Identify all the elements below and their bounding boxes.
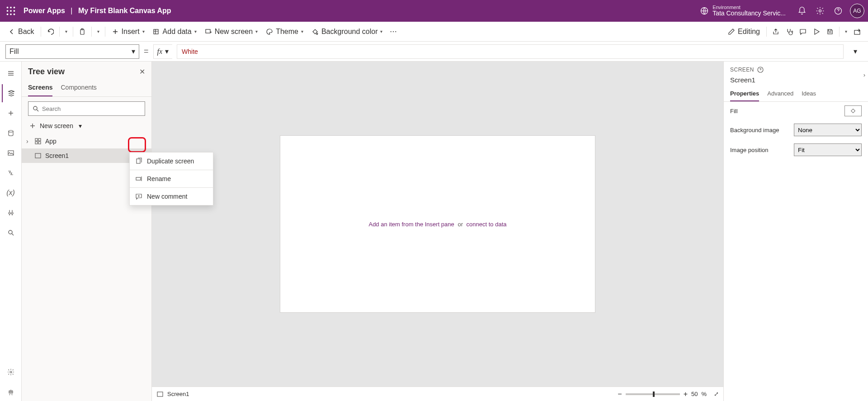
rename-icon <box>135 175 142 182</box>
user-avatar[interactable]: AG <box>850 4 864 18</box>
rail-media-icon[interactable] <box>2 144 20 162</box>
svg-point-27 <box>33 106 37 110</box>
chevron-down-icon: ▾ <box>255 29 258 34</box>
zoom-slider[interactable] <box>626 393 680 395</box>
rail-insert-icon[interactable] <box>2 104 20 122</box>
rail-hamburger-icon[interactable] <box>2 64 20 82</box>
rail-variables-icon[interactable]: (x) <box>2 184 20 202</box>
menu-rename[interactable]: Rename <box>130 170 213 187</box>
tree-node-app[interactable]: › App <box>22 134 151 148</box>
add-data-button[interactable]: Add data ▾ <box>149 24 200 39</box>
tab-components[interactable]: Components <box>61 80 96 96</box>
theme-button[interactable]: Theme ▾ <box>262 24 307 39</box>
svg-point-10 <box>819 10 821 12</box>
chevron-down-icon: ▾ <box>854 47 857 56</box>
waffle-icon[interactable] <box>4 4 18 18</box>
notifications-icon[interactable] <box>793 2 811 20</box>
property-selector[interactable]: Fill ▾ <box>5 44 139 59</box>
svg-point-25 <box>9 391 10 392</box>
publish-button[interactable] <box>851 24 863 39</box>
env-label: Environment <box>712 5 786 10</box>
chevron-down-icon: ▾ <box>380 29 382 34</box>
settings-gear-icon[interactable] <box>811 2 829 20</box>
tree-new-screen-label: New screen <box>40 122 73 129</box>
collapse-panel-icon[interactable]: › <box>863 72 865 78</box>
paste-dropdown[interactable]: ▾ <box>94 24 102 39</box>
more-commands-button[interactable]: ⋯ <box>387 24 400 39</box>
editing-label: Editing <box>738 28 760 36</box>
rail-tree-view-icon[interactable] <box>2 84 20 102</box>
chevron-down-icon: ▾ <box>142 29 145 34</box>
environment-picker[interactable]: Environment Tata Consultancy Servic... <box>700 5 786 17</box>
tree-search[interactable] <box>28 101 145 116</box>
chevron-down-icon: ▾ <box>165 47 169 56</box>
rail-search-icon[interactable] <box>2 224 20 242</box>
zoom-out-button[interactable]: − <box>618 390 622 398</box>
new-screen-button[interactable]: New screen ▾ <box>201 24 261 39</box>
svg-rect-34 <box>136 177 141 180</box>
tab-properties[interactable]: Properties <box>730 87 759 101</box>
add-data-label: Add data <box>163 28 192 36</box>
env-value: Tata Consultancy Servic... <box>712 10 786 17</box>
undo-button[interactable] <box>44 24 57 39</box>
play-button[interactable] <box>810 24 823 39</box>
editing-mode-button[interactable]: Editing <box>724 24 764 39</box>
zoom-in-button[interactable]: + <box>684 390 688 398</box>
insert-pane-link[interactable]: Insert pane <box>425 221 454 228</box>
menu-new-comment[interactable]: New comment <box>130 188 213 205</box>
fill-color-swatch[interactable] <box>844 105 862 116</box>
arrow-left-icon <box>8 28 15 35</box>
tab-screens-label: Screens <box>28 84 52 91</box>
chevron-down-icon: ▾ <box>845 29 847 34</box>
rail-virtual-agent-icon[interactable] <box>2 383 20 401</box>
rail-advanced-tools-icon[interactable] <box>2 204 20 222</box>
avatar-initials: AG <box>853 8 861 14</box>
svg-rect-15 <box>206 29 210 33</box>
rail-data-icon[interactable] <box>2 124 20 142</box>
rail-settings-icon[interactable] <box>2 363 20 381</box>
close-icon[interactable]: ✕ <box>139 67 145 76</box>
svg-point-20 <box>9 212 10 214</box>
save-dropdown[interactable]: ▾ <box>842 24 850 39</box>
zoom-unit: % <box>701 391 707 397</box>
svg-point-4 <box>10 10 12 12</box>
connect-data-link[interactable]: connect to data <box>467 221 507 228</box>
menu-duplicate-label: Duplicate screen <box>147 158 194 165</box>
zoom-value: 50 <box>691 391 698 397</box>
help-icon[interactable] <box>757 66 764 73</box>
svg-rect-14 <box>154 29 158 34</box>
fit-to-window-button[interactable]: ⤢ <box>714 391 719 397</box>
bg-color-button[interactable]: Background color ▾ <box>308 24 387 39</box>
imgpos-select[interactable]: Fit <box>794 143 862 156</box>
svg-point-16 <box>792 31 793 32</box>
equals-sign: = <box>144 47 149 56</box>
save-button[interactable] <box>824 24 836 39</box>
fx-button[interactable]: fx ▾ <box>153 44 173 59</box>
share-button[interactable] <box>769 24 782 39</box>
checker-button[interactable] <box>783 24 796 39</box>
tree-new-screen-button[interactable]: New screen ▾ <box>22 120 151 134</box>
tab-advanced[interactable]: Advanced <box>767 87 793 101</box>
help-icon[interactable] <box>829 2 847 20</box>
tab-screens[interactable]: Screens <box>28 80 52 96</box>
header-title: Power Apps | My First Blank Canvas App <box>24 7 171 15</box>
expand-formula-button[interactable]: ▾ <box>848 44 863 59</box>
menu-duplicate-screen[interactable]: Duplicate screen <box>130 153 213 170</box>
paste-button[interactable] <box>76 24 89 39</box>
screen-canvas[interactable]: Add an item from the Insert pane or conn… <box>280 135 595 313</box>
bgimage-select[interactable]: None <box>794 124 862 136</box>
back-button[interactable]: Back <box>5 24 38 39</box>
comments-button[interactable] <box>797 24 809 39</box>
tab-ideas[interactable]: Ideas <box>802 87 816 101</box>
save-icon <box>826 28 834 35</box>
undo-dropdown[interactable]: ▾ <box>62 24 70 39</box>
insert-button[interactable]: Insert ▾ <box>108 24 148 39</box>
chevron-down-icon: ▾ <box>132 47 135 56</box>
fx-icon: fx <box>157 48 163 56</box>
tree-search-input[interactable] <box>42 105 141 112</box>
duplicate-icon <box>135 158 142 165</box>
formula-input[interactable]: White <box>177 44 844 59</box>
selection-kind: SCREEN <box>730 67 754 73</box>
comment-icon <box>799 28 807 35</box>
rail-power-automate-icon[interactable] <box>2 164 20 182</box>
